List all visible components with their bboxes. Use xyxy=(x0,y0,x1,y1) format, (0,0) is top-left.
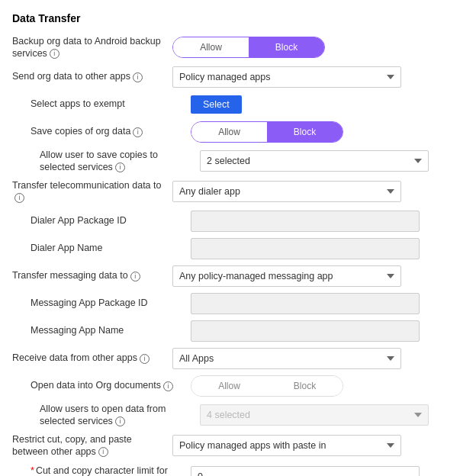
info-icon-transfer-messaging[interactable]: i xyxy=(130,272,140,281)
control-cut-copy-limit xyxy=(191,466,464,476)
info-icon-send-org-data[interactable]: i xyxy=(133,72,143,82)
dropdown-send-org-data[interactable]: Policy managed appsAll appsNone xyxy=(172,66,401,88)
label-dialer-package-id: Dialer App Package ID xyxy=(31,214,191,227)
text-input-cut-copy-limit[interactable] xyxy=(191,466,420,476)
info-icon-allow-user-save[interactable]: i xyxy=(115,162,125,172)
text-input-dialer-app-name[interactable] xyxy=(191,238,420,259)
control-backup-org: AllowBlock xyxy=(172,37,464,58)
label-dialer-app-name: Dialer App Name xyxy=(31,242,191,254)
control-allow-user-save: 2 selected xyxy=(200,150,464,172)
dropdown-transfer-telecom[interactable]: Any dialer appNone xyxy=(172,181,401,202)
row-select-apps-exempt: Select apps to exemptSelect xyxy=(12,94,464,115)
label-allow-user-save: Allow user to save copies to selected se… xyxy=(40,149,200,174)
info-icon-save-copies[interactable]: i xyxy=(133,127,143,137)
row-send-org-data: Send org data to other appsiPolicy manag… xyxy=(12,66,464,88)
label-allow-users-open: Allow users to open data from selected s… xyxy=(40,403,200,428)
label-text-cut-copy-limit: Cut and copy character limit for any app xyxy=(31,465,168,477)
label-text-receive-data: Receive data from other apps xyxy=(12,352,137,363)
row-backup-org: Backup org data to Android backup servic… xyxy=(12,35,464,60)
toggle-btn-save-copies-1[interactable]: Block xyxy=(267,122,343,142)
dropdown-allow-users-open[interactable]: 4 selected xyxy=(200,404,429,426)
row-transfer-telecom: Transfer telecommunication data toiAny d… xyxy=(12,179,464,204)
label-send-org-data: Send org data to other appsi xyxy=(12,70,172,82)
info-icon-backup-org[interactable]: i xyxy=(50,49,60,59)
control-open-data-org: AllowBlock xyxy=(191,375,464,397)
label-open-data-org: Open data into Org documentsi xyxy=(31,379,191,391)
control-transfer-telecom: Any dialer appNone xyxy=(172,181,464,202)
info-icon-allow-users-open[interactable]: i xyxy=(115,416,125,426)
row-messaging-app-name: Messaging App Name xyxy=(12,320,464,342)
control-save-copies: AllowBlock xyxy=(191,121,464,143)
label-text-select-apps-exempt: Select apps to exempt xyxy=(31,98,125,109)
text-input-messaging-package-id[interactable] xyxy=(191,293,420,314)
row-receive-data: Receive data from other appsiAll AppsNon… xyxy=(12,348,464,369)
row-dialer-app-name: Dialer App Name xyxy=(12,238,464,259)
label-text-transfer-telecom: Transfer telecommunication data to xyxy=(12,180,161,191)
info-icon-transfer-telecom[interactable]: i xyxy=(14,193,24,203)
toggle-btn-open-data-org-1[interactable]: Block xyxy=(267,376,343,396)
row-save-copies: Save copies of org dataiAllowBlock xyxy=(12,121,464,143)
label-select-apps-exempt: Select apps to exempt xyxy=(31,98,191,110)
text-input-messaging-app-name[interactable] xyxy=(191,320,420,342)
label-text-open-data-org: Open data into Org documents xyxy=(31,380,161,391)
toggle-btn-open-data-org-0[interactable]: Allow xyxy=(191,376,267,396)
dropdown-transfer-messaging[interactable]: Any policy-managed messaging appNone xyxy=(172,265,401,287)
toggle-group-backup-org: AllowBlock xyxy=(172,37,325,58)
row-allow-users-open: Allow users to open data from selected s… xyxy=(12,403,464,428)
label-text-dialer-package-id: Dialer App Package ID xyxy=(31,215,127,226)
dropdown-receive-data[interactable]: All AppsNonePolicy managed apps xyxy=(172,348,401,369)
control-select-apps-exempt: Select xyxy=(191,95,464,114)
control-transfer-messaging: Any policy-managed messaging appNone xyxy=(172,265,464,287)
info-icon-restrict-cut-copy[interactable]: i xyxy=(98,447,108,457)
control-dialer-package-id xyxy=(191,211,464,232)
toggle-btn-backup-org-0[interactable]: Allow xyxy=(173,37,249,57)
dropdown-restrict-cut-copy[interactable]: Policy managed apps with paste in xyxy=(172,435,401,456)
info-icon-open-data-org[interactable]: i xyxy=(163,381,173,391)
toggle-group-open-data-org: AllowBlock xyxy=(191,375,343,397)
label-cut-copy-limit: *Cut and copy character limit for any ap… xyxy=(31,465,191,477)
control-send-org-data: Policy managed appsAll appsNone xyxy=(172,66,464,88)
required-star: * xyxy=(31,465,34,476)
toggle-btn-backup-org-1[interactable]: Block xyxy=(249,37,324,57)
label-transfer-messaging: Transfer messaging data toi xyxy=(12,269,172,281)
dropdown-allow-user-save[interactable]: 2 selected xyxy=(200,150,429,172)
row-restrict-cut-copy: Restrict cut, copy, and paste between ot… xyxy=(12,433,464,458)
row-messaging-package-id: Messaging App Package ID xyxy=(12,293,464,314)
label-messaging-package-id: Messaging App Package ID xyxy=(31,297,191,309)
info-icon-receive-data[interactable]: i xyxy=(140,354,150,364)
label-text-backup-org: Backup org data to Android backup servic… xyxy=(12,36,161,59)
label-text-allow-users-open: Allow users to open data from selected s… xyxy=(40,404,166,426)
label-receive-data: Receive data from other appsi xyxy=(12,352,172,364)
label-restrict-cut-copy: Restrict cut, copy, and paste between ot… xyxy=(12,433,172,458)
label-text-restrict-cut-copy: Restrict cut, copy, and paste between ot… xyxy=(12,434,132,457)
select-button-select-apps-exempt[interactable]: Select xyxy=(191,95,242,114)
row-transfer-messaging: Transfer messaging data toiAny policy-ma… xyxy=(12,265,464,287)
label-save-copies: Save copies of org datai xyxy=(31,125,191,137)
control-dialer-app-name xyxy=(191,238,464,259)
label-text-send-org-data: Send org data to other apps xyxy=(12,71,130,82)
control-messaging-app-name xyxy=(191,320,464,342)
label-text-messaging-package-id: Messaging App Package ID xyxy=(31,298,148,308)
control-restrict-cut-copy: Policy managed apps with paste in xyxy=(172,435,464,456)
label-text-messaging-app-name: Messaging App Name xyxy=(31,325,124,336)
row-dialer-package-id: Dialer App Package ID xyxy=(12,211,464,232)
toggle-btn-save-copies-0[interactable]: Allow xyxy=(191,122,267,142)
label-text-save-copies: Save copies of org data xyxy=(31,126,130,137)
row-cut-copy-limit: *Cut and copy character limit for any ap… xyxy=(12,465,464,477)
control-receive-data: All AppsNonePolicy managed apps xyxy=(172,348,464,369)
label-text-transfer-messaging: Transfer messaging data to xyxy=(12,270,128,281)
section-container: Data Transfer Backup org data to Android… xyxy=(12,12,464,476)
row-open-data-org: Open data into Org documentsiAllowBlock xyxy=(12,375,464,397)
text-input-dialer-package-id[interactable] xyxy=(191,211,420,232)
toggle-group-save-copies: AllowBlock xyxy=(191,121,343,143)
control-allow-users-open: 4 selected xyxy=(200,404,464,426)
row-allow-user-save: Allow user to save copies to selected se… xyxy=(12,149,464,174)
label-text-dialer-app-name: Dialer App Name xyxy=(31,243,103,253)
section-title: Data Transfer xyxy=(12,12,464,24)
control-messaging-package-id xyxy=(191,293,464,314)
label-backup-org: Backup org data to Android backup servic… xyxy=(12,35,172,60)
label-transfer-telecom: Transfer telecommunication data toi xyxy=(12,179,172,204)
label-text-allow-user-save: Allow user to save copies to selected se… xyxy=(40,150,158,172)
label-messaging-app-name: Messaging App Name xyxy=(31,324,191,336)
